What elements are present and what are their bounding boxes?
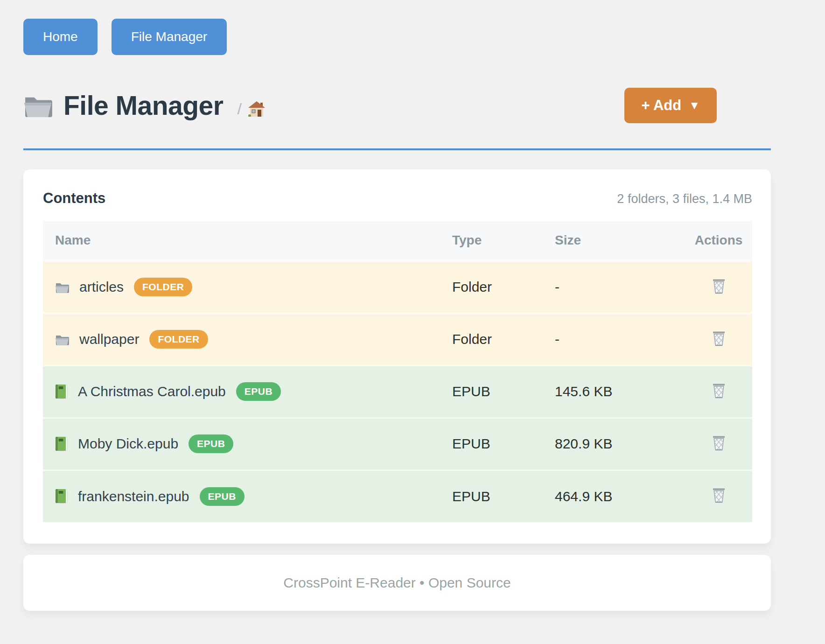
- nav-home-button[interactable]: Home: [23, 19, 98, 55]
- type-badge: FOLDER: [134, 278, 192, 296]
- file-size: -: [555, 261, 685, 313]
- delete-button[interactable]: [711, 277, 727, 294]
- delete-button[interactable]: [711, 382, 727, 399]
- folder-icon: [55, 333, 69, 346]
- trash-icon: [711, 329, 727, 346]
- contents-summary: 2 folders, 3 files, 1.4 MB: [617, 192, 752, 206]
- delete-button[interactable]: [711, 329, 727, 346]
- column-header-type: Type: [452, 221, 555, 261]
- folder-icon: [23, 93, 52, 118]
- breadcrumb-separator: /: [237, 100, 241, 118]
- footer: CrossPoint E-Reader • Open Source: [23, 555, 771, 611]
- file-name: wallpaper: [79, 331, 139, 347]
- trash-icon: [711, 277, 727, 294]
- file-type: EPUB: [452, 418, 555, 470]
- table-row[interactable]: frankenstein.epub EPUB EPUB 464.9 KB: [43, 470, 752, 522]
- page-header: File Manager / + Add ▼: [23, 88, 771, 123]
- delete-button[interactable]: [711, 486, 727, 503]
- contents-heading: Contents: [43, 190, 105, 207]
- trash-icon: [711, 382, 727, 399]
- top-nav: Home File Manager: [23, 19, 771, 55]
- file-type: EPUB: [452, 365, 555, 418]
- file-table-body: articles FOLDER Folder -: [43, 261, 752, 522]
- page-title: File Manager: [63, 90, 223, 121]
- table-row[interactable]: articles FOLDER Folder -: [43, 261, 752, 313]
- green-book-icon: [55, 489, 68, 504]
- page: Home File Manager File Manager /: [0, 0, 825, 611]
- green-book-icon: [55, 437, 68, 451]
- house-icon[interactable]: [248, 101, 265, 117]
- table-row[interactable]: wallpaper FOLDER Folder -: [43, 313, 752, 365]
- column-header-actions: Actions: [685, 221, 752, 261]
- file-name: frankenstein.epub: [78, 489, 189, 504]
- folder-icon: [55, 281, 69, 294]
- green-book-icon: [55, 385, 68, 399]
- trash-icon: [711, 486, 727, 503]
- trash-icon: [711, 434, 727, 451]
- column-header-name: Name: [43, 221, 452, 261]
- table-header-row: Name Type Size Actions: [43, 221, 752, 261]
- type-badge: EPUB: [236, 382, 281, 401]
- file-size: 145.6 KB: [555, 365, 685, 418]
- file-size: 464.9 KB: [555, 470, 685, 522]
- file-name: Moby Dick.epub: [78, 436, 178, 452]
- type-badge: FOLDER: [149, 330, 208, 349]
- file-type: EPUB: [452, 470, 555, 522]
- table-row[interactable]: Moby Dick.epub EPUB EPUB 820.9 KB: [43, 418, 752, 470]
- type-badge: EPUB: [189, 434, 233, 453]
- file-name: articles: [79, 279, 124, 295]
- add-button-label: + Add: [641, 97, 681, 114]
- type-badge: EPUB: [200, 487, 245, 506]
- file-type: Folder: [452, 313, 555, 365]
- column-header-size: Size: [555, 221, 685, 261]
- nav-file-manager-button[interactable]: File Manager: [112, 19, 227, 55]
- header-divider: [23, 148, 771, 150]
- file-size: -: [555, 313, 685, 365]
- contents-card: Contents 2 folders, 3 files, 1.4 MB Name…: [23, 169, 771, 544]
- file-size: 820.9 KB: [555, 418, 685, 470]
- file-name: A Christmas Carol.epub: [78, 384, 226, 399]
- add-button[interactable]: + Add ▼: [624, 88, 717, 123]
- file-type: Folder: [452, 261, 555, 313]
- footer-text: CrossPoint E-Reader • Open Source: [283, 575, 510, 591]
- breadcrumb: /: [237, 93, 265, 118]
- caret-down-icon: ▼: [689, 99, 700, 112]
- delete-button[interactable]: [711, 434, 727, 451]
- table-row[interactable]: A Christmas Carol.epub EPUB EPUB 145.6 K…: [43, 365, 752, 418]
- file-table: Name Type Size Actions: [43, 221, 752, 522]
